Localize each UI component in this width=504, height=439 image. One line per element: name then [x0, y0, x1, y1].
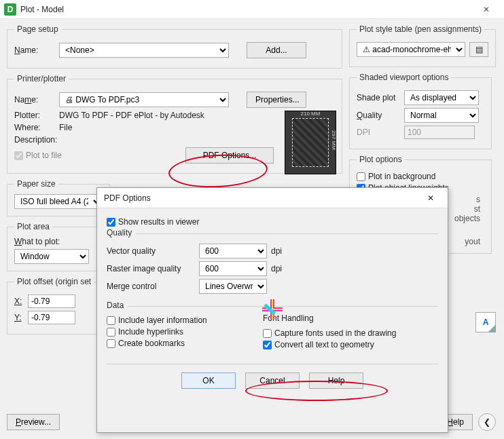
modal-close-icon[interactable]: ✕	[420, 193, 441, 203]
vector-dpi: dpi	[271, 246, 282, 256]
app-logo-icon: D	[4, 3, 16, 16]
pdf-options-dialog: PDF Options ✕ Show results in viewer Qua…	[96, 187, 448, 433]
properties-button[interactable]: Properties...	[247, 92, 306, 108]
paper-preview: 210 MM 297 MM	[285, 111, 336, 174]
raster-label: Raster image quality	[107, 264, 195, 273]
page-setup-name-combo[interactable]: <None>	[59, 43, 229, 58]
expand-icon[interactable]: ❮	[478, 413, 496, 431]
preview-button[interactable]: Preview...	[7, 414, 60, 430]
quality-legend: Quality	[107, 228, 136, 237]
cancel-button[interactable]: Cancel	[245, 373, 300, 389]
printer-name-combo[interactable]: 🖨 DWG To PDF.pc3	[59, 92, 229, 107]
convert-text-check[interactable]: Convert all text to geometry	[263, 340, 396, 349]
description-label: Description:	[14, 135, 57, 145]
style-table-legend: Plot style table (pen assignments)	[357, 24, 484, 34]
plot-bg-check[interactable]: Plot in background	[357, 172, 484, 181]
plotter-label: Plotter:	[14, 111, 55, 120]
capture-fonts-check[interactable]: Capture fonts used in the drawing	[263, 328, 396, 338]
plot-to-file-checkbox	[14, 151, 23, 160]
what-to-plot-combo[interactable]: Window	[14, 249, 89, 264]
paper-size-legend: Paper size	[14, 179, 58, 189]
titlebar: D Plot - Model ✕	[0, 0, 504, 19]
shade-dpi-input	[404, 126, 475, 139]
shade-plot-combo[interactable]: As displayed	[404, 90, 479, 105]
hyper-check[interactable]: Include hyperlinks	[107, 327, 242, 337]
shaded-legend: Shaded viewport options	[357, 73, 451, 82]
merge-combo[interactable]: Lines Overwrite	[199, 279, 267, 294]
font-handling-legend: Font Handling	[263, 313, 396, 323]
layer-check[interactable]: Include layer information	[107, 316, 242, 325]
data-legend: Data	[107, 301, 128, 310]
raster-combo[interactable]: 600	[199, 261, 267, 276]
shaded-group: Shaded viewport options Shade plotAs dis…	[349, 73, 492, 149]
paper-size-group: Paper size ISO full bleed A4 (2	[7, 179, 110, 216]
page-setup-group: Page setup Name: <None> Add...	[7, 24, 342, 69]
merge-label: Merge control	[107, 282, 195, 291]
close-icon[interactable]: ✕	[473, 5, 500, 14]
shade-quality-label: Quality	[357, 111, 400, 120]
page-setup-name-label: Name:	[14, 45, 55, 55]
bookmarks-check[interactable]: Create bookmarks	[107, 339, 242, 348]
plot-to-file-check[interactable]: Plot to file	[14, 151, 62, 160]
vector-combo[interactable]: 600	[199, 244, 267, 259]
orientation-icon[interactable]: A	[475, 312, 496, 332]
preview-width: 210 MM	[285, 111, 336, 117]
plot-window: D Plot - Model ✕ Page setup Name: <None>…	[0, 0, 504, 439]
plot-area-group: Plot area What to plot: Window	[7, 222, 109, 271]
printer-name-label: Name:	[14, 95, 55, 104]
plot-area-legend: Plot area	[14, 222, 52, 231]
where-label: Where:	[14, 123, 55, 132]
plotter-value: DWG To PDF - PDF ePlot - by Autodesk	[59, 111, 204, 120]
style-table-combo[interactable]: ⚠ acad-monochrome-ehala.ctl	[357, 42, 465, 57]
vector-label: Vector quality	[107, 246, 195, 256]
modal-title: PDF Options	[104, 193, 420, 203]
shade-plot-label: Shade plot	[357, 93, 400, 102]
what-to-plot-label: What to plot:	[14, 237, 101, 246]
raster-dpi: dpi	[271, 264, 282, 273]
printer-group: Printer/plotter Name: 🖨 DWG To PDF.pc3 d…	[7, 74, 342, 174]
shade-quality-combo[interactable]: Normal	[404, 108, 479, 123]
paper-size-combo[interactable]: ISO full bleed A4 (2	[14, 194, 103, 209]
style-table-edit-icon[interactable]: ▤	[469, 42, 488, 57]
plot-offset-legend: Plot offset (origin set	[14, 277, 94, 286]
y-input[interactable]	[28, 311, 75, 324]
where-value: File	[59, 123, 72, 132]
x-input[interactable]	[28, 294, 75, 308]
plot-options-legend: Plot options	[357, 155, 405, 164]
plot-offset-group: Plot offset (origin set X: Y:	[7, 277, 109, 335]
page-setup-legend: Page setup	[14, 24, 61, 34]
shade-dpi-label: DPI	[357, 128, 400, 137]
window-title: Plot - Model	[20, 5, 473, 14]
add-button[interactable]: Add...	[247, 42, 306, 58]
y-label: Y:	[14, 313, 24, 322]
ok-button[interactable]: OK	[181, 373, 236, 389]
printer-legend: Printer/plotter	[14, 74, 69, 83]
modal-help-button[interactable]: Help	[309, 373, 363, 389]
pdf-options-button[interactable]: PDF Options...	[185, 147, 274, 164]
style-table-group: Plot style table (pen assignments) ⚠ aca…	[349, 24, 496, 67]
preview-height: 297 MM	[331, 130, 337, 150]
show-results-check[interactable]: Show results in viewer	[107, 217, 438, 227]
x-label: X:	[14, 297, 24, 306]
